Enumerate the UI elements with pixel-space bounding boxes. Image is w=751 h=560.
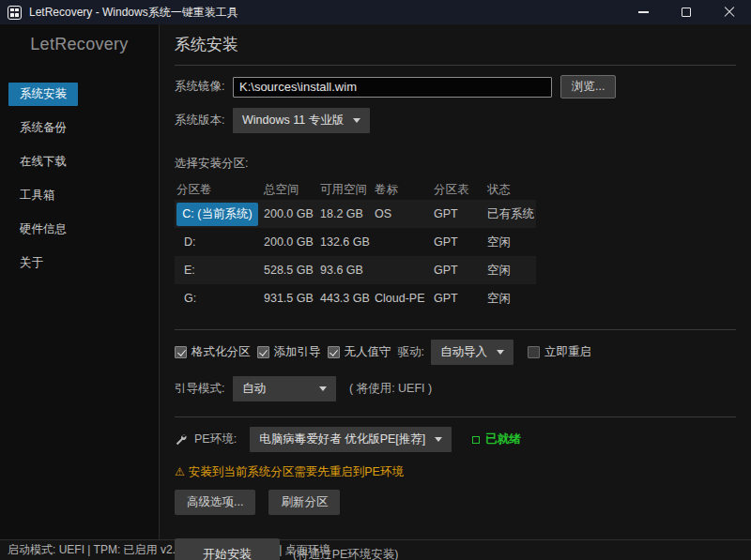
brand-logo: LetRecovery	[0, 24, 159, 54]
boot-mode-hint: ( 将使用: UEFI )	[349, 381, 432, 397]
browse-button[interactable]: 浏览...	[560, 75, 616, 98]
sidebar-item-online-download[interactable]: 在线下载	[8, 150, 78, 174]
boot-mode-label: 引导模式:	[175, 381, 233, 397]
col-volume: 分区卷	[175, 182, 262, 198]
partition-table: 分区卷 总空间 可用空间 卷标 分区表 状态 C: (当前系统) 200.0 G…	[175, 179, 536, 312]
app-window-icon	[8, 6, 22, 20]
pe-warning: ⚠安装到当前系统分区需要先重启到PE环境	[175, 464, 736, 480]
ready-square-icon	[472, 436, 480, 444]
install-row: 开始安装 (将通过PE环境安装)	[175, 538, 736, 560]
checkbox-unchecked-icon	[528, 346, 540, 358]
minimize-button[interactable]	[621, 0, 665, 24]
checkbox-checked-icon	[257, 346, 269, 358]
pe-ready-text: 已就绪	[485, 431, 521, 447]
col-label: 卷标	[373, 182, 432, 198]
col-free: 可用空间	[318, 182, 373, 198]
wrench-icon	[175, 433, 187, 446]
col-total: 总空间	[262, 182, 318, 198]
divider	[175, 329, 736, 330]
partition-actions-row: 高级选项... 刷新分区	[175, 490, 736, 515]
partition-row-e[interactable]: E: 528.5 GB 93.6 GB GPT 空闲	[175, 256, 536, 284]
pe-environment-value: 电脑病毒爱好者 优化版PE[推荐]	[259, 431, 425, 447]
system-version-label: 系统版本:	[175, 113, 233, 129]
chevron-down-icon	[435, 437, 442, 442]
partition-table-header: 分区卷 总空间 可用空间 卷标 分区表 状态	[175, 179, 536, 200]
system-version-value: Windows 11 专业版	[242, 113, 344, 129]
refresh-partitions-button[interactable]: 刷新分区	[268, 490, 340, 515]
pe-environment-row: PE环境: 电脑病毒爱好者 优化版PE[推荐] 已就绪	[175, 427, 736, 452]
maximize-icon	[682, 8, 691, 17]
chevron-down-icon	[497, 350, 504, 355]
sidebar-item-system-backup[interactable]: 系统备份	[8, 116, 78, 140]
chevron-down-icon	[353, 118, 360, 123]
add-boot-checkbox[interactable]: 添加引导	[257, 344, 321, 360]
checkbox-checked-icon	[328, 346, 340, 358]
system-version-dropdown[interactable]: Windows 11 专业版	[233, 108, 370, 133]
close-icon	[724, 7, 735, 18]
divider	[175, 416, 736, 417]
system-image-input[interactable]	[233, 77, 552, 98]
close-button[interactable]	[708, 0, 751, 24]
checkbox-checked-icon	[175, 346, 187, 358]
boot-mode-value: 自动	[242, 381, 266, 397]
start-install-button[interactable]: 开始安装	[175, 538, 280, 560]
driver-value: 自动导入	[440, 344, 487, 360]
selected-partition-badge[interactable]: C: (当前系统)	[176, 203, 258, 226]
minimize-icon	[638, 11, 649, 13]
boot-mode-dropdown[interactable]: 自动	[233, 376, 336, 401]
title-bar: LetRecovery - Windows系统一键重装工具	[0, 0, 751, 24]
advanced-options-button[interactable]: 高级选项...	[175, 490, 255, 515]
partition-row-d[interactable]: D: 200.0 GB 132.6 GB GPT 空闲	[175, 228, 536, 256]
sidebar-item-about[interactable]: 关于	[8, 251, 54, 275]
pe-ready-status: 已就绪	[472, 431, 521, 447]
install-options-row: 格式化分区 添加引导 无人值守 驱动: 自动导入 立即重启	[175, 340, 736, 365]
partition-section-label: 选择安装分区:	[175, 156, 736, 172]
boot-mode-row: 引导模式: 自动 ( 将使用: UEFI )	[175, 376, 736, 401]
pe-environment-dropdown[interactable]: 电脑病毒爱好者 优化版PE[推荐]	[250, 427, 452, 452]
format-partition-checkbox[interactable]: 格式化分区	[175, 344, 251, 360]
unattended-checkbox[interactable]: 无人值守	[328, 344, 391, 360]
system-image-row: 系统镜像: 浏览...	[175, 75, 736, 98]
system-version-row: 系统版本: Windows 11 专业版	[175, 108, 736, 133]
partition-row-c[interactable]: C: (当前系统) 200.0 GB 18.2 GB OS GPT 已有系统	[175, 200, 536, 228]
page-title: 系统安装	[175, 34, 736, 55]
col-status: 状态	[485, 182, 536, 198]
sidebar-item-system-install[interactable]: 系统安装	[8, 83, 78, 106]
system-image-label: 系统镜像:	[175, 79, 233, 95]
install-hint: (将通过PE环境安装)	[293, 547, 399, 560]
restart-now-checkbox[interactable]: 立即重启	[528, 344, 591, 360]
warning-icon: ⚠	[175, 465, 185, 478]
sidebar-menu: 系统安装 系统备份 在线下载 工具箱 硬件信息 关于	[0, 83, 159, 275]
sidebar: LetRecovery 系统安装 系统备份 在线下载 工具箱 硬件信息 关于	[0, 24, 160, 539]
partition-row-g[interactable]: G: 931.5 GB 443.3 GB Cloud-PE GPT 空闲	[175, 284, 536, 312]
sidebar-item-hardware-info[interactable]: 硬件信息	[8, 218, 78, 241]
pe-environment-label: PE环境:	[194, 431, 237, 447]
divider	[175, 65, 736, 66]
chevron-down-icon	[319, 386, 327, 391]
driver-label: 驱动:	[398, 344, 424, 360]
maximize-button[interactable]	[665, 0, 708, 24]
driver-dropdown[interactable]: 自动导入	[431, 340, 513, 365]
window-title: LetRecovery - Windows系统一键重装工具	[29, 5, 621, 21]
main-content: 系统安装 系统镜像: 浏览... 系统版本: Windows 11 专业版 选择…	[160, 24, 751, 539]
col-table: 分区表	[432, 182, 485, 198]
sidebar-item-toolbox[interactable]: 工具箱	[8, 184, 67, 207]
pe-warning-text: 安装到当前系统分区需要先重启到PE环境	[189, 465, 404, 478]
